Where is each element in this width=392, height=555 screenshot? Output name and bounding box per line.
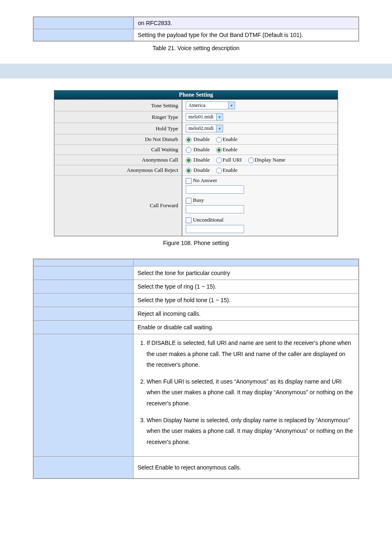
hold-type-select[interactable]: melo02.midi ▾ <box>186 125 223 132</box>
call-waiting-label: Call Waiting <box>55 145 182 155</box>
desc-row1-label <box>33 280 133 294</box>
chevron-down-icon: ▾ <box>216 113 223 120</box>
tone-setting-select[interactable]: America ▾ <box>186 102 235 109</box>
cf-noanswer-input[interactable] <box>186 185 244 194</box>
cw-enable-text: Enable <box>223 146 238 153</box>
cf-uncond-input[interactable] <box>186 225 244 233</box>
cf-busy-text: Busy <box>193 197 204 203</box>
top-r2-lead <box>33 29 134 42</box>
anonrej-enable-text: Enable <box>223 167 238 173</box>
anon-displayname-text: Display Name <box>255 157 286 163</box>
desc-row0-text: Select the tone for particular country <box>133 266 359 280</box>
ringer-type-label: Ringer Type <box>55 111 182 123</box>
desc-anonrej-text: Select Enable to reject anonymous calls. <box>133 457 359 479</box>
anonrej-disable-radio[interactable] <box>186 168 191 173</box>
cf-noanswer-text: No Answer <box>193 177 217 183</box>
call-forward-label: Call Forward <box>55 176 182 236</box>
cw-disable-text: Disable <box>194 146 210 153</box>
desc-row4-text: Enable or disable call waiting. <box>133 321 359 334</box>
phone-setting-panel: Phone Setting Tone Setting America ▾ Rin… <box>54 90 338 236</box>
dnd-enable-radio[interactable] <box>216 137 222 143</box>
dnd-disable-text: Disable <box>194 136 210 142</box>
dnd-enable-text: Enable <box>223 136 238 142</box>
desc-anonrej-label <box>33 457 133 479</box>
chevron-down-icon: ▾ <box>228 102 235 109</box>
desc-header-c2 <box>133 259 359 266</box>
hold-type-label: Hold Type <box>55 123 182 134</box>
anon-reject-label: Anonymous Call Reject <box>55 165 182 176</box>
anon-disable-text: Disable <box>194 157 210 163</box>
dnd-label: Do Not Disturb <box>55 134 182 145</box>
top-r1-lead <box>33 17 134 29</box>
dnd-disable-radio[interactable] <box>186 137 191 143</box>
anon-fulluri-text: Full URI <box>223 157 242 163</box>
desc-anon-label <box>33 334 133 457</box>
section-divider-bar <box>0 64 392 79</box>
cw-disable-radio[interactable] <box>186 147 191 153</box>
cf-uncond-checkbox[interactable] <box>186 217 191 223</box>
desc-row4-label <box>33 321 133 334</box>
hold-type-value: melo02.midi <box>186 125 216 132</box>
cf-busy-checkbox[interactable] <box>186 198 191 204</box>
ringer-type-value: melo01.midi <box>186 113 216 120</box>
anonymous-call-label: Anonymous Call <box>55 155 182 165</box>
desc-anon-item1: If DISABLE is selected, full URI and nam… <box>147 338 354 370</box>
desc-anon-item3: When Display Name is selected, only disp… <box>147 415 354 448</box>
desc-row0-label <box>33 266 133 280</box>
desc-row3-label <box>33 307 133 321</box>
chevron-down-icon: ▾ <box>216 125 223 132</box>
top-r2-text: Setting the payload type for the Out Ban… <box>134 29 359 42</box>
anon-displayname-radio[interactable] <box>248 157 254 163</box>
tone-setting-label: Tone Setting <box>55 100 182 111</box>
cf-noanswer-checkbox[interactable] <box>186 178 191 184</box>
ringer-type-select[interactable]: melo01.midi ▾ <box>186 113 223 121</box>
anonrej-disable-text: Disable <box>194 167 210 173</box>
phone-setting-title: Phone Setting <box>54 90 338 99</box>
desc-anon-item2: When Full URI is selected, it uses “Anon… <box>147 376 354 409</box>
anon-disable-radio[interactable] <box>186 157 191 163</box>
figure-caption: Figure 108. Phone setting <box>33 240 359 246</box>
desc-anon-cell: If DISABLE is selected, full URI and nam… <box>133 334 359 457</box>
cw-enable-radio[interactable] <box>216 147 222 153</box>
desc-row3-text: Reject all incoming calls. <box>133 307 359 321</box>
anonrej-enable-radio[interactable] <box>216 168 222 173</box>
desc-row2-text: Select the type of hold tone (1 ~ 15). <box>133 294 359 307</box>
top-table-caption: Table 21. Voice setting description <box>33 45 359 51</box>
cf-busy-input[interactable] <box>186 205 244 213</box>
tone-setting-value: America <box>186 102 228 109</box>
cf-uncond-text: Unconditional <box>193 217 224 223</box>
desc-header-c1 <box>33 259 133 266</box>
description-table: Select the tone for particular country S… <box>33 259 359 479</box>
top-small-table: on RFC2833. Setting the payload type for… <box>33 16 359 42</box>
desc-anon-list: If DISABLE is selected, full URI and nam… <box>138 338 354 447</box>
top-r1-text: on RFC2833. <box>134 17 359 29</box>
anon-fulluri-radio[interactable] <box>216 157 222 163</box>
desc-row1-text: Select the type of ring (1 ~ 15). <box>133 280 359 294</box>
desc-row2-label <box>33 294 133 307</box>
